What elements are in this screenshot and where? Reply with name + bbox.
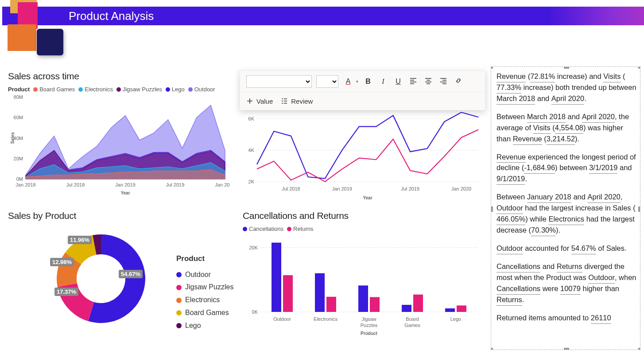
svg-text:2K: 2K	[248, 179, 255, 184]
svg-text:80M: 80M	[14, 94, 23, 100]
chart-title: Sales across time	[8, 71, 229, 82]
resize-handle[interactable]	[638, 66, 640, 69]
svg-text:Jul 2019: Jul 2019	[166, 182, 185, 187]
add-value-button[interactable]: Value	[246, 97, 273, 105]
italic-button[interactable]: I	[378, 78, 388, 86]
resize-handle[interactable]	[564, 348, 569, 350]
donut-legend: Product Outdoor Jigsaw Puzzles Electroni…	[176, 252, 233, 332]
font-color-button[interactable]: A	[343, 78, 353, 86]
svg-text:Jul 2019: Jul 2019	[401, 186, 419, 191]
svg-rect-33	[358, 285, 368, 312]
svg-text:0M: 0M	[16, 176, 23, 182]
svg-rect-37	[402, 305, 411, 312]
resize-handle[interactable]	[638, 348, 640, 350]
svg-text:Games: Games	[404, 323, 420, 328]
svg-rect-28	[283, 275, 293, 312]
svg-text:Jul 2018: Jul 2018	[66, 182, 85, 187]
svg-text:Jan 2018: Jan 2018	[16, 182, 35, 187]
svg-text:Year: Year	[120, 191, 130, 195]
slice-label-outdoor: 54.67%	[119, 270, 143, 278]
legend: Cancellations Returns	[243, 226, 482, 232]
svg-rect-42	[457, 305, 466, 312]
align-right-button[interactable]	[438, 77, 449, 86]
resize-handle[interactable]	[491, 348, 493, 350]
svg-text:Jan 2020: Jan 2020	[215, 182, 229, 187]
svg-rect-38	[413, 295, 423, 312]
svg-text:Board: Board	[406, 316, 419, 322]
donut-chart-svg	[35, 226, 167, 341]
svg-text:Jul 2018: Jul 2018	[282, 186, 300, 191]
svg-text:Jan 2019: Jan 2019	[115, 182, 135, 187]
svg-rect-41	[445, 308, 455, 312]
svg-text:Jan 2019: Jan 2019	[332, 186, 352, 191]
header-bar: Product Analysis	[2, 7, 644, 25]
svg-text:Lego: Lego	[450, 316, 461, 322]
svg-text:Product: Product	[361, 331, 377, 336]
svg-rect-34	[370, 297, 380, 312]
bar-chart-svg: 0K20KOutdoorElectronicsJigsawPuzzlesBoar…	[243, 232, 482, 343]
svg-text:Sales: Sales	[10, 132, 15, 144]
svg-text:6K: 6K	[248, 116, 255, 121]
chart-sales-across-time: Sales across time Product Board Games El…	[8, 71, 229, 201]
svg-text:Outdoor: Outdoor	[273, 316, 291, 322]
align-center-button[interactable]	[423, 77, 434, 86]
svg-rect-27	[272, 243, 281, 312]
svg-text:4K: 4K	[248, 148, 255, 153]
underline-button[interactable]: U	[393, 78, 403, 86]
legend: Product Board Games Electronics Jigsaw P…	[8, 86, 229, 93]
svg-text:0K: 0K	[252, 309, 258, 315]
chart-sales-by-product: Sales by Product 54.67% 17.37% 12.98% 11…	[8, 210, 234, 341]
page-title: Product Analysis	[69, 9, 154, 23]
font-family-select[interactable]	[246, 75, 312, 88]
svg-text:20M: 20M	[14, 156, 23, 161]
resize-handle[interactable]	[491, 66, 493, 69]
svg-rect-30	[315, 273, 325, 312]
link-button[interactable]	[453, 77, 464, 86]
svg-text:Electronics: Electronics	[314, 316, 338, 322]
svg-text:Jan 2020: Jan 2020	[451, 186, 471, 191]
resize-handle[interactable]	[564, 66, 569, 69]
svg-text:Year: Year	[363, 195, 372, 200]
review-button[interactable]: Review	[281, 97, 313, 105]
align-left-button[interactable]	[408, 77, 419, 86]
chart-cancellations-returns: Cancellations and Returns Cancellations …	[243, 210, 482, 345]
text-format-toolbar: A ▾ B I U Value Review	[240, 70, 485, 110]
slice-label-boardgames: 11.96%	[68, 236, 92, 244]
resize-handle[interactable]	[638, 206, 640, 212]
chart-title: Cancellations and Returns	[243, 210, 482, 221]
bold-button[interactable]: B	[363, 78, 373, 86]
slice-label-electronics: 12.98%	[50, 258, 74, 266]
svg-text:Jigsaw: Jigsaw	[361, 316, 376, 322]
slice-label-jigsaw: 17.37%	[54, 288, 78, 296]
resize-handle[interactable]	[491, 206, 493, 212]
svg-text:20K: 20K	[249, 245, 258, 250]
font-color-caret[interactable]: ▾	[356, 79, 358, 84]
svg-text:Puzzles: Puzzles	[361, 323, 378, 328]
svg-text:60M: 60M	[14, 115, 23, 120]
smart-narrative-textbox[interactable]: ⋯ Revenue (72.81% increase) and Visits (…	[491, 66, 640, 350]
svg-rect-31	[326, 297, 336, 312]
font-size-select[interactable]	[316, 75, 338, 88]
logo-blocks	[2, 0, 64, 58]
area-chart-svg: 0M20M40M60M80MJan 2018Jul 2018Jan 2019Ju…	[8, 93, 229, 199]
chart-title: Sales by Product	[8, 210, 234, 221]
